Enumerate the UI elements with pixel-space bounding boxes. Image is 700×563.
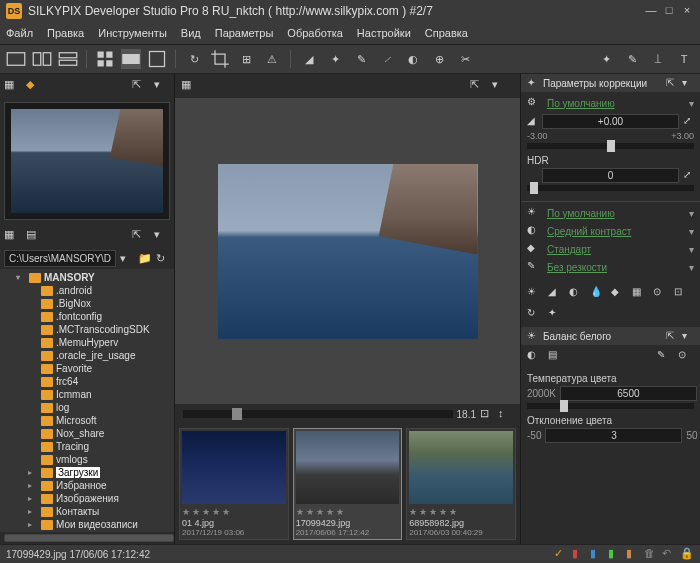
right2-icon[interactable]: ✎ — [622, 49, 642, 69]
tree-item[interactable]: .oracle_jre_usage — [2, 349, 172, 362]
sharp-link[interactable]: Без резкости — [547, 262, 683, 273]
path-input[interactable] — [4, 250, 116, 267]
close-button[interactable]: × — [680, 4, 694, 18]
panel-pin-icon[interactable]: ⇱ — [666, 77, 678, 89]
grid3-icon[interactable] — [147, 49, 167, 69]
grid2-icon[interactable] — [121, 49, 141, 69]
tool5-icon[interactable]: ✂ — [455, 49, 475, 69]
preview-area[interactable] — [175, 98, 520, 404]
preset-link[interactable]: По умолчанию — [547, 98, 683, 109]
tree-item[interactable]: .android — [2, 284, 172, 297]
folder-close-icon[interactable]: ▾ — [154, 228, 170, 244]
list-tab-icon[interactable]: ▤ — [26, 228, 42, 244]
tree-item[interactable]: .BigNox — [2, 297, 172, 310]
contrast-expand-icon[interactable]: ▾ — [689, 226, 694, 237]
zoom-expand-icon[interactable]: ↕ — [498, 407, 512, 421]
eyedrop-icon[interactable]: ✎ — [351, 49, 371, 69]
tree-item[interactable]: Microsoft — [2, 414, 172, 427]
tool2-icon[interactable]: ✦ — [325, 49, 345, 69]
hdr-reset-icon[interactable]: ⤢ — [683, 169, 694, 183]
tree-item[interactable]: ▸Изображения — [2, 492, 172, 505]
tree-scrollbar[interactable] — [0, 532, 174, 544]
strip-sun-icon[interactable]: ☀ — [527, 286, 543, 302]
tree-item[interactable]: .MCTranscodingSDK — [2, 323, 172, 336]
layout1-icon[interactable] — [6, 49, 26, 69]
wb-mode-icon[interactable]: ▤ — [548, 349, 564, 365]
thumb-1[interactable]: ★★★★★ 01 4.jpg 2017/12/19 03:06 — [179, 428, 289, 540]
strip-lens-icon[interactable]: ⊙ — [653, 286, 669, 302]
wb-preset-link[interactable]: По умолчанию — [547, 208, 683, 219]
nav-tab2-icon[interactable]: ◆ — [26, 78, 42, 94]
nav-tab-icon[interactable]: ▦ — [4, 78, 20, 94]
color-expand-icon[interactable]: ▾ — [689, 244, 694, 255]
temp-slider[interactable] — [527, 403, 694, 409]
folder-up-icon[interactable]: 📁 — [138, 252, 152, 266]
crop-icon[interactable] — [210, 49, 230, 69]
sb-lock-icon[interactable]: 🔒 — [680, 547, 694, 561]
tool4-icon[interactable]: ⊕ — [429, 49, 449, 69]
navigator-thumbnail[interactable] — [4, 102, 170, 220]
right1-icon[interactable]: ✦ — [596, 49, 616, 69]
strip-rotate-icon[interactable]: ↻ — [527, 307, 543, 323]
layout3-icon[interactable] — [58, 49, 78, 69]
wb-expand-icon[interactable]: ▾ — [689, 208, 694, 219]
tree-item[interactable]: log — [2, 401, 172, 414]
grid1-icon[interactable] — [95, 49, 115, 69]
tree-item[interactable]: ▸Мои видеозаписи — [2, 518, 172, 531]
wb-reset-icon[interactable]: ⊙ — [678, 349, 694, 365]
temp-input[interactable] — [560, 386, 697, 401]
menu-file[interactable]: Файл — [6, 27, 33, 39]
menu-view[interactable]: Вид — [181, 27, 201, 39]
menu-params[interactable]: Параметры — [215, 27, 274, 39]
strip-crop-icon[interactable]: ⊡ — [674, 286, 690, 302]
tree-item[interactable]: Nox_share — [2, 427, 172, 440]
preview-pin-icon[interactable]: ⇱ — [470, 78, 486, 94]
maximize-button[interactable]: □ — [662, 4, 676, 18]
folder-pin-icon[interactable]: ⇱ — [132, 228, 148, 244]
zoom-slider[interactable] — [183, 410, 453, 418]
sb-mark2-icon[interactable]: ▮ — [590, 547, 604, 561]
minimize-button[interactable]: — — [644, 4, 658, 18]
wb-picker-icon[interactable]: ✎ — [657, 349, 673, 365]
tree-item[interactable]: frc64 — [2, 375, 172, 388]
folder-tab-icon[interactable]: ▦ — [4, 228, 20, 244]
strip-nr-icon[interactable]: ▦ — [632, 286, 648, 302]
tree-item[interactable]: .MemuHyperv — [2, 336, 172, 349]
hdr-slider[interactable] — [527, 185, 694, 191]
refresh-icon[interactable]: ↻ — [156, 252, 170, 266]
exposure-input[interactable] — [542, 114, 679, 129]
menu-settings[interactable]: Настройки — [357, 27, 411, 39]
sb-mark1-icon[interactable]: ▮ — [572, 547, 586, 561]
menu-edit[interactable]: Правка — [47, 27, 84, 39]
path-dropdown-icon[interactable]: ▾ — [120, 252, 134, 266]
menu-tools[interactable]: Инструменты — [98, 27, 167, 39]
grid4-icon[interactable]: ⊞ — [236, 49, 256, 69]
sb-trash-icon[interactable]: 🗑 — [644, 547, 658, 561]
right3-icon[interactable]: ⟘ — [648, 49, 668, 69]
layout2-icon[interactable] — [32, 49, 52, 69]
exposure-reset-icon[interactable]: ⤢ — [683, 115, 694, 129]
sb-undo-icon[interactable]: ↶ — [662, 547, 676, 561]
strip-tone-icon[interactable]: ◢ — [548, 286, 564, 302]
nav-close-icon[interactable]: ▾ — [154, 78, 170, 94]
tint-input[interactable] — [545, 428, 682, 443]
tree-item[interactable]: .fontconfig — [2, 310, 172, 323]
nav-pin-icon[interactable]: ⇱ — [132, 78, 148, 94]
rotate-icon[interactable]: ↻ — [184, 49, 204, 69]
right4-icon[interactable]: T — [674, 49, 694, 69]
sharp-expand-icon[interactable]: ▾ — [689, 262, 694, 273]
preset-expand-icon[interactable]: ▾ — [689, 98, 694, 109]
menu-process[interactable]: Обработка — [287, 27, 342, 39]
tree-item[interactable]: Favorite — [2, 362, 172, 375]
strip-sharp-icon[interactable]: ◆ — [611, 286, 627, 302]
sb-mark3-icon[interactable]: ▮ — [608, 547, 622, 561]
strip-drop-icon[interactable]: 💧 — [590, 286, 606, 302]
tool3-icon[interactable]: ◐ — [403, 49, 423, 69]
sb-mark4-icon[interactable]: ▮ — [626, 547, 640, 561]
preview-tab-icon[interactable]: ▦ — [181, 78, 197, 94]
strip-contrast-icon[interactable]: ◐ — [569, 286, 585, 302]
tree-item[interactable]: Icmman — [2, 388, 172, 401]
wb-pin-icon[interactable]: ⇱ — [666, 330, 678, 342]
panel-collapse-icon[interactable]: ▾ — [682, 77, 694, 89]
tool1-icon[interactable]: ◢ — [299, 49, 319, 69]
